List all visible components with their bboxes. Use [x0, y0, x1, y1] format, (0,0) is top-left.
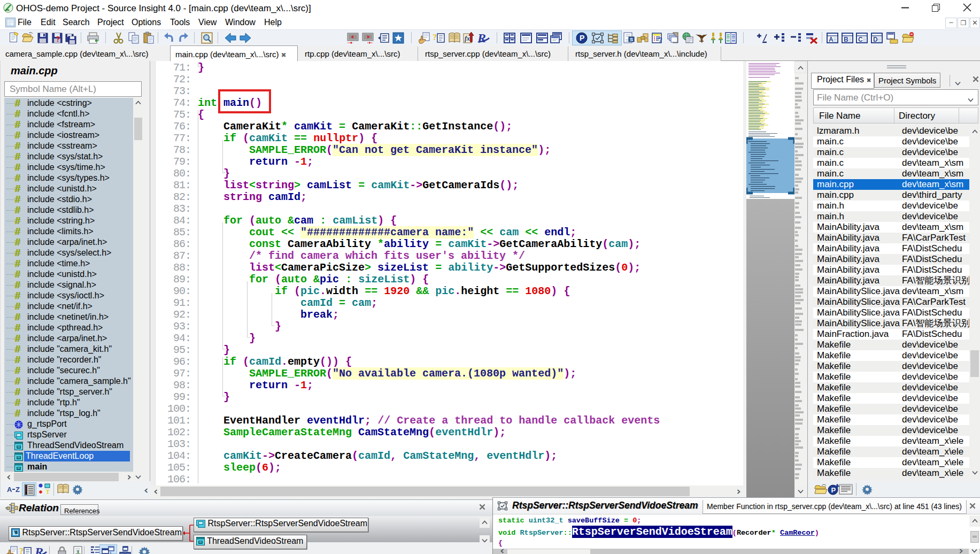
svg-text:P: P — [580, 34, 584, 42]
svg-text:D: D — [873, 36, 878, 43]
svg-text:?: ? — [19, 547, 24, 554]
svg-text:fx: fx — [465, 35, 470, 42]
svg-text:?: ? — [433, 33, 437, 42]
svg-text:Z: Z — [16, 486, 20, 494]
svg-text:P: P — [831, 486, 836, 494]
svg-text:A: A — [7, 486, 12, 494]
svg-text:?: ? — [658, 36, 662, 44]
svg-text:T: T — [46, 489, 50, 495]
svg-text:A: A — [829, 36, 834, 43]
svg-text:B: B — [844, 36, 848, 43]
svg-text:C: C — [858, 36, 863, 43]
svg-text:R: R — [34, 545, 43, 554]
svg-text:?: ? — [56, 35, 60, 43]
svg-text:S: S — [630, 37, 633, 42]
